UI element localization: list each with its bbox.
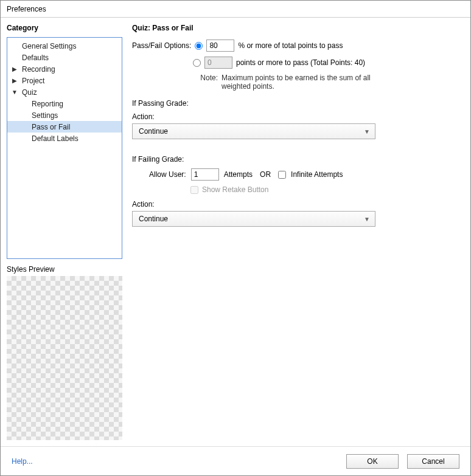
points-input[interactable] bbox=[204, 57, 232, 69]
styles-preview-area bbox=[7, 276, 122, 440]
tree-item-label: Recording bbox=[22, 65, 55, 74]
tree-twisty-collapsed-icon[interactable]: ▶ bbox=[11, 77, 18, 84]
dropdown-value: Continue bbox=[139, 127, 168, 136]
tree-item-label: Reporting bbox=[32, 100, 63, 108]
tree-item-defaults[interactable]: ▶ Defaults bbox=[7, 52, 122, 63]
tree-item-recording[interactable]: ▶ Recording bbox=[7, 63, 122, 75]
cancel-button-label: Cancel bbox=[422, 457, 444, 466]
category-tree: ▶ General Settings ▶ Defaults ▶ Recordin… bbox=[7, 37, 122, 259]
tree-item-label: Quiz bbox=[22, 88, 37, 97]
percent-input[interactable] bbox=[206, 40, 234, 52]
show-retake-checkbox bbox=[190, 186, 198, 194]
dialog-title: Preferences bbox=[1, 1, 470, 18]
tree-item-label: General Settings bbox=[22, 42, 76, 50]
tree-item-default-labels[interactable]: Default Labels bbox=[7, 133, 122, 144]
tree-item-label: Project bbox=[22, 77, 44, 85]
percent-radio[interactable] bbox=[195, 42, 203, 50]
tree-twisty-collapsed-icon[interactable]: ▶ bbox=[11, 66, 18, 72]
styles-preview-heading: Styles Preview bbox=[7, 265, 122, 274]
tree-item-reporting[interactable]: Reporting bbox=[7, 98, 122, 109]
attempts-input[interactable] bbox=[191, 168, 219, 181]
tree-item-settings[interactable]: Settings bbox=[7, 109, 122, 121]
category-heading: Category bbox=[7, 24, 122, 32]
ok-button-label: OK bbox=[367, 457, 377, 466]
percent-suffix-label: % or more of total points to pass bbox=[238, 41, 343, 50]
tree-item-general-settings[interactable]: ▶ General Settings bbox=[7, 40, 122, 52]
failing-action-dropdown[interactable]: Continue ▼ bbox=[132, 211, 375, 227]
chevron-down-icon: ▼ bbox=[364, 128, 370, 135]
note-label: Note: bbox=[196, 74, 218, 91]
tree-item-quiz[interactable]: ▼ Quiz bbox=[7, 86, 122, 98]
infinite-attempts-checkbox[interactable] bbox=[278, 171, 286, 179]
ok-button[interactable]: OK bbox=[346, 454, 399, 469]
tree-item-label: Settings bbox=[32, 111, 58, 120]
points-suffix-label: points or more to pass (Total Points: 40… bbox=[236, 58, 365, 67]
allow-user-label: Allow User: bbox=[149, 170, 186, 179]
passing-action-label: Action: bbox=[132, 112, 464, 121]
tree-twisty-expanded-icon[interactable]: ▼ bbox=[11, 89, 18, 95]
points-radio[interactable] bbox=[193, 59, 201, 67]
passing-grade-label: If Passing Grade: bbox=[132, 99, 464, 108]
show-retake-label: Show Retake Button bbox=[202, 185, 268, 194]
note-text: Maximum points to be earned is the sum o… bbox=[222, 74, 380, 91]
chevron-down-icon: ▼ bbox=[364, 216, 370, 222]
tree-item-label: Pass or Fail bbox=[32, 123, 70, 131]
cancel-button[interactable]: Cancel bbox=[407, 454, 459, 469]
preferences-dialog: Preferences Category ▶ General Settings … bbox=[0, 0, 471, 476]
passing-action-dropdown[interactable]: Continue ▼ bbox=[132, 123, 375, 139]
dropdown-value: Continue bbox=[139, 215, 168, 223]
tree-item-label: Defaults bbox=[22, 53, 49, 62]
failing-action-label: Action: bbox=[132, 200, 464, 209]
help-link[interactable]: Help... bbox=[12, 457, 33, 466]
tree-item-project[interactable]: ▶ Project bbox=[7, 75, 122, 86]
or-label: OR bbox=[260, 170, 271, 179]
tree-item-pass-or-fail[interactable]: Pass or Fail bbox=[7, 121, 122, 133]
attempts-label: Attempts bbox=[224, 170, 253, 179]
infinite-attempts-label: Infinite Attempts bbox=[291, 170, 343, 179]
panel-title: Quiz: Pass or Fail bbox=[132, 24, 464, 32]
passfail-options-label: Pass/Fail Options: bbox=[132, 41, 191, 50]
tree-item-label: Default Labels bbox=[32, 134, 78, 143]
failing-grade-label: If Failing Grade: bbox=[132, 155, 464, 164]
